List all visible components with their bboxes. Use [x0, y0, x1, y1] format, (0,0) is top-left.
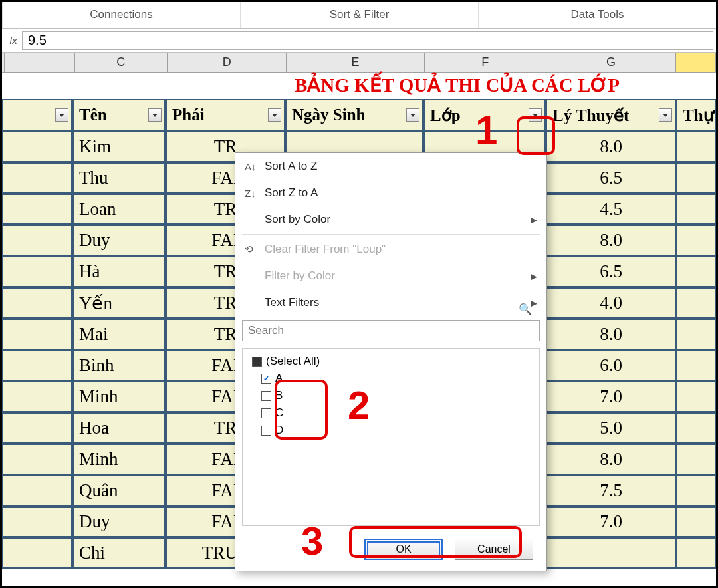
table-cell[interactable]: Hà: [72, 256, 166, 287]
check-item-a[interactable]: A: [249, 370, 533, 387]
check-item-d[interactable]: D: [249, 422, 533, 439]
filter-dropdown-icon[interactable]: [406, 108, 419, 122]
table-cell[interactable]: Loan: [72, 194, 166, 225]
table-cell[interactable]: Quân: [72, 475, 166, 506]
table-cell[interactable]: [676, 319, 716, 350]
table-cell[interactable]: [2, 350, 72, 381]
check-item-c[interactable]: C: [249, 404, 533, 422]
clear-filter-icon: ⟲: [245, 243, 265, 255]
table-cell[interactable]: 8.0: [546, 319, 676, 350]
table-cell[interactable]: Mai: [72, 319, 166, 350]
col-header-d[interactable]: D: [168, 53, 287, 72]
check-select-all[interactable]: (Select All): [249, 353, 533, 370]
table-cell[interactable]: [676, 256, 716, 287]
search-icon: 🔍: [519, 303, 532, 315]
table-cell[interactable]: Yến: [72, 287, 166, 319]
checkbox-icon[interactable]: [261, 391, 271, 401]
filter-search-input[interactable]: [242, 320, 540, 341]
table-cell[interactable]: 8.0: [546, 225, 676, 256]
ribbon-group-sortfilter[interactable]: Sort & Filter: [240, 2, 478, 28]
table-cell[interactable]: [2, 412, 72, 444]
table-cell[interactable]: Chi: [72, 537, 166, 569]
formula-input[interactable]: [22, 31, 713, 50]
table-cell[interactable]: 7.5: [546, 475, 676, 506]
table-cell[interactable]: [676, 475, 716, 506]
hdr-lythuyet: Lý Thuyết: [546, 99, 676, 131]
ribbon-group-datatools[interactable]: Data Tools: [478, 2, 716, 28]
table-cell[interactable]: [2, 506, 72, 537]
table-cell[interactable]: 6.5: [546, 162, 676, 194]
table-cell[interactable]: [2, 475, 72, 506]
table-cell[interactable]: Minh: [72, 381, 166, 412]
sort-az[interactable]: A↓Sort A to Z: [235, 153, 546, 180]
checkbox-icon[interactable]: [261, 408, 271, 418]
table-cell[interactable]: Bình: [72, 350, 166, 381]
column-headers: C D E F G: [2, 53, 716, 73]
table-cell[interactable]: [546, 537, 676, 569]
table-cell[interactable]: [676, 350, 716, 381]
table-cell[interactable]: [676, 162, 716, 194]
table-cell[interactable]: 6.5: [546, 256, 676, 287]
table-cell[interactable]: 8.0: [546, 444, 676, 475]
table-cell[interactable]: 7.0: [546, 506, 676, 537]
table-cell[interactable]: [676, 287, 716, 319]
table-cell[interactable]: [2, 287, 72, 319]
table-header-row: Tên Phái Ngày Sinh Lớp Lý Thuyết Thự: [2, 99, 716, 131]
table-cell[interactable]: Thu: [72, 162, 166, 194]
table-cell[interactable]: Kim: [72, 131, 166, 162]
table-cell[interactable]: [2, 256, 72, 287]
table-cell[interactable]: [676, 444, 716, 475]
table-cell[interactable]: [676, 225, 716, 256]
col-header-h[interactable]: [676, 53, 716, 72]
checkbox-icon[interactable]: [261, 374, 271, 384]
table-cell[interactable]: Minh: [72, 444, 166, 475]
table-cell[interactable]: Duy: [72, 225, 166, 256]
cancel-button[interactable]: Cancel: [455, 539, 533, 560]
table-cell[interactable]: 7.0: [546, 381, 676, 412]
table-cell[interactable]: [676, 506, 716, 537]
text-filters[interactable]: Text Filters▶: [235, 289, 546, 316]
table-cell[interactable]: [2, 162, 72, 194]
table-cell[interactable]: [676, 131, 716, 162]
table-cell[interactable]: [2, 444, 72, 475]
filter-dropdown-icon[interactable]: [148, 108, 162, 122]
col-header-b[interactable]: [5, 53, 75, 72]
fx-icon[interactable]: fx: [5, 35, 22, 46]
table-cell[interactable]: [2, 194, 72, 225]
table-cell[interactable]: Hoa: [72, 412, 166, 444]
table-cell[interactable]: [676, 537, 716, 569]
table-cell[interactable]: 6.0: [546, 350, 676, 381]
filter-dropdown-icon[interactable]: [659, 108, 672, 122]
table-cell[interactable]: [676, 412, 716, 444]
hdr-ten: Tên: [72, 99, 166, 131]
sort-by-color[interactable]: Sort by Color▶: [235, 206, 546, 233]
page-title: BẢNG KẾT QUẢ THI CỦA CÁC LỚP: [295, 74, 620, 96]
filter-dropdown-icon[interactable]: [55, 108, 68, 122]
table-cell[interactable]: Duy: [72, 506, 166, 537]
table-cell[interactable]: [2, 319, 72, 350]
table-cell[interactable]: 4.0: [546, 287, 676, 319]
title-row: BẢNG KẾT QUẢ THI CỦA CÁC LỚP: [2, 73, 716, 99]
ribbon-groups: Connections Sort & Filter Data Tools: [2, 2, 716, 29]
checkbox-icon[interactable]: [252, 357, 262, 367]
table-cell[interactable]: [2, 381, 72, 412]
table-cell[interactable]: [2, 225, 72, 256]
table-cell[interactable]: 8.0: [546, 131, 676, 162]
col-header-f[interactable]: F: [425, 53, 546, 72]
col-header-g[interactable]: G: [546, 53, 676, 72]
table-cell[interactable]: [676, 381, 716, 412]
sort-za[interactable]: Z↓Sort Z to A: [235, 180, 546, 206]
table-cell[interactable]: [676, 194, 716, 225]
check-item-b[interactable]: B: [249, 387, 533, 404]
table-cell[interactable]: 5.0: [546, 412, 676, 444]
checkbox-icon[interactable]: [261, 426, 271, 436]
filter-dropdown-icon[interactable]: [529, 108, 542, 122]
table-cell[interactable]: [2, 537, 72, 569]
table-cell[interactable]: [2, 131, 72, 162]
col-header-c[interactable]: C: [75, 53, 168, 72]
ribbon-group-connections[interactable]: Connections: [2, 2, 240, 28]
table-cell[interactable]: 4.5: [546, 194, 676, 225]
filter-dropdown-icon[interactable]: [268, 108, 281, 122]
ok-button[interactable]: OK: [364, 539, 443, 560]
col-header-e[interactable]: E: [287, 53, 424, 72]
